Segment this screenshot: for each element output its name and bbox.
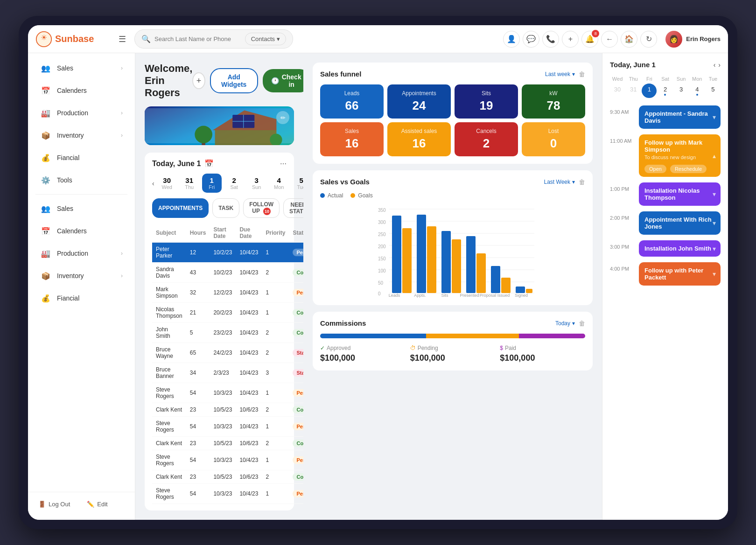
cal-date-31[interactable]: 31 Thu <box>180 174 199 193</box>
checkin-button[interactable]: 🕐 Check in <box>263 69 303 92</box>
table-row[interactable]: Peter Parker 12 10/2/23 10/4/23 1 Pendin… <box>152 243 303 263</box>
funnel-assisted[interactable]: Assisted sales 16 <box>387 122 451 156</box>
notification-icon-btn[interactable]: 🔔 8 <box>581 31 598 48</box>
table-row[interactable]: Steve Rogers 54 10/3/23 10/4/23 1 Pendin… <box>152 417 303 437</box>
funnel-cancels[interactable]: Cancels 2 <box>455 122 518 156</box>
table-row[interactable]: Clark Kent 23 10/5/23 10/6/23 2 Complete… <box>152 437 303 450</box>
table-row[interactable]: Bruce Banner 34 2/3/23 10/4/23 3 Stalled <box>152 363 303 383</box>
commissions-delete[interactable]: 🗑 <box>579 320 585 327</box>
home-icon-btn[interactable]: 🏠 <box>621 31 637 48</box>
edit-button[interactable]: ✏️ Edit <box>80 497 114 511</box>
cal-dates: ‹ 30 Wed 31 Thu 1 Fri <box>152 174 287 193</box>
sales-goals-period[interactable]: Last Week ▾ <box>544 179 575 185</box>
table-row[interactable]: Bruce Wayne 65 24/2/23 10/4/23 2 Stalled <box>152 343 303 363</box>
event-open-button[interactable]: Open <box>644 165 666 173</box>
table-row[interactable]: Clark Kent 23 10/5/23 10/6/23 2 Complete… <box>152 470 303 484</box>
sidebar-item-tools[interactable]: ⚙️ Tools <box>32 170 131 190</box>
table-row[interactable]: Clark Kent 23 10/5/23 10/6/23 2 Complete… <box>152 403 303 417</box>
funnel-grid: Leads 66 Appointments 24 Sits 19 kW <box>320 84 585 156</box>
event-installation-john[interactable]: Installation John Smith ▾ <box>639 240 721 257</box>
funnel-lost[interactable]: Lost 0 <box>522 122 585 156</box>
chart-legend: Actual Goals <box>320 192 585 199</box>
event-followup-mark[interactable]: Follow up with Mark Simpson To discuss n… <box>639 134 721 177</box>
today-menu-button[interactable]: ⋯ <box>280 160 287 168</box>
pending-value: $100,000 <box>410 353 496 363</box>
event-appointment-sandra[interactable]: Appointment - Sandra Davis ▾ <box>639 105 721 129</box>
table-row[interactable]: Sandra Davis 43 10/2/23 10/4/23 2 Comple… <box>152 263 303 283</box>
table-row[interactable]: Nicolas Thompson 21 20/2/23 10/4/23 1 Co… <box>152 303 303 323</box>
right-cal-31[interactable]: 31 <box>626 84 641 98</box>
expand-icon: ▾ <box>713 113 716 121</box>
right-cal-3[interactable]: 3 <box>674 84 689 98</box>
sidebar-item-calendars2[interactable]: 📅 Calenders <box>32 221 131 241</box>
cal-date-2[interactable]: 2 Sat <box>224 174 244 193</box>
sidebar-item-sales1[interactable]: 👥 Sales › <box>32 58 131 78</box>
filter-task[interactable]: TASK <box>212 198 239 218</box>
funnel-appointments[interactable]: Appointments 24 <box>387 84 451 119</box>
back-icon-btn[interactable]: ← <box>601 31 618 48</box>
sidebar-item-calendars1[interactable]: 📅 Calenders <box>32 80 131 101</box>
logout-button[interactable]: 🚪 Log Out <box>32 497 77 511</box>
cal-date-5[interactable]: 5 Tue <box>292 174 303 193</box>
search-input[interactable] <box>154 35 241 42</box>
table-row[interactable]: Mark Simpson 32 12/2/23 10/4/23 1 Pendin… <box>152 283 303 303</box>
funnel-leads[interactable]: Leads 66 <box>320 84 384 119</box>
cal-date-3[interactable]: 3 Sun <box>247 174 266 193</box>
event-appointment-rich[interactable]: Appointment With Rich Jones ▾ <box>639 211 721 235</box>
right-cal-5[interactable]: 5 <box>706 84 721 98</box>
funnel-sits[interactable]: Sits 19 <box>455 84 518 119</box>
profile-icon-btn[interactable]: 👤 <box>503 31 520 48</box>
right-cal-next[interactable]: › <box>718 61 721 69</box>
event-installation-nicolas[interactable]: Installation Nicolas Thompson ▾ <box>639 182 721 206</box>
table-row[interactable]: John Smith 5 23/2/23 10/4/23 2 Completed <box>152 323 303 343</box>
sidebar-item-production1[interactable]: 🏭 Production › <box>32 103 131 123</box>
sales-goals-delete[interactable]: 🗑 <box>579 178 585 186</box>
sales-goals-title: Sales vs Goals <box>320 178 370 186</box>
phone-icon-btn[interactable]: 📞 <box>542 31 559 48</box>
chat-icon-btn[interactable]: 💬 <box>523 31 539 48</box>
add-widgets-button[interactable]: Add Widgets <box>210 68 258 93</box>
sidebar-item-inventory2[interactable]: 📦 Inventory › <box>32 266 131 286</box>
hamburger-button[interactable]: ☰ <box>116 31 129 47</box>
add-icon-btn[interactable]: + <box>562 31 579 48</box>
add-button[interactable]: + <box>192 72 205 89</box>
cal-date-4[interactable]: 4 Mon <box>269 174 289 193</box>
right-cal-1[interactable]: 1 <box>642 84 657 98</box>
right-cal-prev[interactable]: ‹ <box>714 61 716 69</box>
sidebar-item-financial2[interactable]: 💰 Fiancial <box>32 288 131 308</box>
table-row[interactable]: Steve Rogers 54 10/3/23 10/4/23 1 Pendin… <box>152 450 303 470</box>
col-due: Due Date <box>236 224 262 243</box>
welcome-bar: Welcome, Erin Rogers + Add Widgets 🕐 Che… <box>145 63 294 99</box>
clock-icon: 🕐 <box>271 77 279 84</box>
contacts-dropdown[interactable]: Contacts ▾ <box>245 33 286 45</box>
filter-followup[interactable]: FOLLOW UP 10 <box>243 198 280 218</box>
right-cal-30[interactable]: 30 <box>610 84 625 98</box>
right-cal-2[interactable]: 2 <box>658 84 672 98</box>
pending-bar <box>426 334 519 338</box>
cal-date-30[interactable]: 30 Wed <box>157 174 177 193</box>
funnel-kw[interactable]: kW 78 <box>522 84 585 119</box>
event-reschedule-button[interactable]: Reschedule <box>670 165 707 173</box>
sidebar-item-production2[interactable]: 🏭 Production › <box>32 243 131 264</box>
funnel-sales[interactable]: Sales 16 <box>320 122 384 156</box>
table-row[interactable]: Steve Rogers 54 10/3/23 10/4/23 1 Pendin… <box>152 383 303 403</box>
sidebar-item-financial1[interactable]: 💰 Fiancial <box>32 147 131 168</box>
table-row[interactable]: Steve Rogers 54 10/3/23 10/4/23 1 Pendin… <box>152 484 303 504</box>
left-content: Welcome, Erin Rogers + Add Widgets 🕐 Che… <box>135 53 303 520</box>
profile-edit-button[interactable]: ✏ <box>276 111 289 124</box>
cal-date-1[interactable]: 1 Fri <box>202 174 222 193</box>
sales-funnel-delete[interactable]: 🗑 <box>579 70 585 78</box>
filter-needsstatus[interactable]: NEEDS STATUS <box>283 198 303 218</box>
sidebar-item-inventory1[interactable]: 📦 Inventory › <box>32 125 131 146</box>
filter-appointments[interactable]: APPOINTMENTS <box>152 198 209 218</box>
right-cal-4[interactable]: 4 <box>690 84 705 98</box>
commissions-period[interactable]: Today ▾ <box>555 320 575 327</box>
svg-text:Presented: Presented <box>460 293 479 298</box>
sales-funnel-period[interactable]: Last week ▾ <box>545 71 575 77</box>
event-followup-peter[interactable]: Follow up with Peter Packett ▾ <box>639 262 721 286</box>
cal-prev-button[interactable]: ‹ <box>152 174 154 193</box>
svg-rect-34 <box>452 239 461 293</box>
refresh-icon-btn[interactable]: ↻ <box>640 31 657 48</box>
sidebar-item-sales2[interactable]: 👥 Sales <box>32 198 131 219</box>
right-mini-calendar: Wed Thu Fri Sat Sun Mon Tue 30 31 1 2 3 … <box>610 75 721 98</box>
